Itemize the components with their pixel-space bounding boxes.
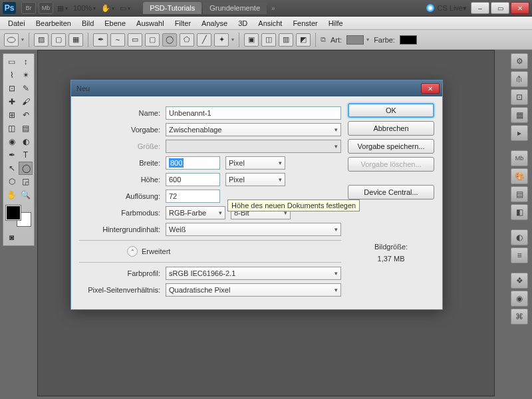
- dock-clone-icon[interactable]: ⊡: [511, 89, 528, 105]
- aufl-input[interactable]: [166, 190, 220, 203]
- zoom-dropdown[interactable]: 100%▾: [73, 4, 96, 12]
- tool-eyedropper[interactable]: ✎: [19, 82, 33, 95]
- dock-minibridge-icon[interactable]: Mb: [511, 150, 528, 166]
- opt-rect-icon[interactable]: ▭: [128, 33, 142, 47]
- dock-swatches-icon[interactable]: ▤: [511, 186, 528, 202]
- tool-wand[interactable]: ✴: [19, 68, 33, 82]
- menu-bearbeiten[interactable]: Bearbeiten: [31, 18, 76, 29]
- name-input[interactable]: [166, 106, 341, 120]
- minibridge-icon[interactable]: Mb: [39, 2, 53, 14]
- bildgroesse-label: Bildgröße:: [348, 243, 434, 251]
- menu-hilfe[interactable]: Hilfe: [323, 18, 348, 29]
- dock-layers-icon[interactable]: ❖: [511, 273, 528, 289]
- menu-filter[interactable]: Filter: [170, 18, 196, 29]
- tool-pen[interactable]: ✒: [5, 148, 19, 162]
- tool-hand[interactable]: ✋: [5, 188, 19, 201]
- farbprofil-select[interactable]: sRGB IEC61966-2.1▾: [166, 267, 341, 280]
- opt-combine1[interactable]: ▣: [244, 33, 259, 47]
- opt-pen-icon[interactable]: ✒: [93, 33, 108, 47]
- dock-actions-icon[interactable]: ▸: [511, 125, 528, 141]
- tool-lasso[interactable]: ⌇: [5, 68, 19, 82]
- close-button[interactable]: ✕: [511, 2, 529, 14]
- tool-heal[interactable]: ✚: [5, 95, 19, 108]
- menu-datei[interactable]: Datei: [3, 18, 31, 29]
- tool-history[interactable]: ↶: [19, 108, 33, 122]
- menu-bild[interactable]: Bild: [76, 18, 99, 29]
- dock-adjust2-icon[interactable]: ≡: [511, 247, 528, 263]
- tool-move-arrow[interactable]: ↕: [19, 55, 33, 68]
- tool-zoom[interactable]: 🔍: [19, 188, 33, 201]
- tool-stamp[interactable]: ⊞: [5, 108, 19, 122]
- tool-crop[interactable]: ⊡: [5, 82, 19, 95]
- tool-blur[interactable]: ◉: [5, 135, 19, 148]
- bridge-icon[interactable]: Br: [21, 2, 36, 14]
- opt-combine3[interactable]: ▥: [279, 33, 293, 47]
- tool-move[interactable]: ▭: [5, 55, 19, 68]
- dock-nav-icon[interactable]: ▦: [511, 107, 528, 123]
- hand-dropdown[interactable]: ✋▾: [101, 4, 114, 13]
- breite-input[interactable]: 800: [166, 156, 220, 170]
- workspace-more-icon[interactable]: »: [271, 5, 275, 12]
- tool-3d[interactable]: ⬡: [5, 175, 19, 188]
- workspace-tab-grundelemente[interactable]: Grundelemente: [203, 2, 267, 14]
- dock-brush-icon[interactable]: ⫛: [511, 71, 528, 87]
- tool-3d-cam[interactable]: ◲: [19, 175, 33, 188]
- menu-3d[interactable]: 3D: [233, 18, 253, 29]
- tool-type[interactable]: T: [19, 148, 33, 162]
- hg-select[interactable]: Weiß▾: [166, 223, 341, 236]
- erweitert-toggle[interactable]: ⌃Erweitert: [127, 246, 341, 257]
- opt-freeform-icon[interactable]: ~: [110, 33, 125, 47]
- menu-fenster[interactable]: Fenster: [287, 18, 323, 29]
- opt-ellipse-icon[interactable]: ◯: [162, 33, 177, 47]
- maximize-button[interactable]: ▭: [491, 2, 509, 14]
- opt-custom-icon[interactable]: ✦: [214, 33, 229, 47]
- menu-auswahl[interactable]: Auswahl: [131, 18, 170, 29]
- breite-unit-select[interactable]: Pixel▾: [225, 156, 285, 170]
- farbmodus-select[interactable]: RGB-Farbe▾: [166, 206, 225, 219]
- workspace-tab-psd-tutorials[interactable]: PSD-Tutorials: [143, 2, 201, 14]
- opt-link-icon[interactable]: ⧉: [321, 35, 326, 44]
- opt-shape-layers[interactable]: ▨: [34, 33, 49, 47]
- dock-styles-icon[interactable]: ◧: [511, 204, 528, 220]
- opt-farbe-swatch[interactable]: [400, 35, 417, 45]
- opt-art-swatch[interactable]: [346, 35, 364, 45]
- opt-tool-preset[interactable]: [4, 33, 19, 47]
- opt-combine2[interactable]: ◫: [261, 33, 276, 47]
- opt-paths[interactable]: ▢: [51, 33, 66, 47]
- opt-line-icon[interactable]: ╱: [197, 33, 211, 47]
- cancel-button[interactable]: Abbrechen: [348, 121, 434, 136]
- ok-button[interactable]: OK: [348, 103, 434, 118]
- dock-color-icon[interactable]: 🎨: [511, 168, 528, 184]
- dock-paths-icon[interactable]: ⌘: [511, 309, 528, 325]
- tool-brush[interactable]: 🖌: [19, 95, 33, 108]
- tool-path[interactable]: ↖: [5, 162, 19, 175]
- minimize-button[interactable]: –: [471, 2, 489, 14]
- opt-roundrect-icon[interactable]: ▢: [145, 33, 160, 47]
- save-preset-button[interactable]: Vorgabe speichern...: [348, 139, 434, 154]
- dialog-titlebar[interactable]: Neu ✕: [71, 80, 442, 96]
- tool-eraser[interactable]: ◫: [5, 122, 19, 135]
- cs-live-button[interactable]: CS Live▾: [426, 4, 467, 13]
- opt-combine4[interactable]: ◩: [296, 33, 311, 47]
- dock-adjustments-icon[interactable]: ⚙: [511, 53, 528, 69]
- menu-analyse[interactable]: Analyse: [196, 18, 233, 29]
- dock-channels-icon[interactable]: ◉: [511, 291, 528, 307]
- vorgabe-select[interactable]: Zwischenablage▾: [166, 123, 341, 136]
- view-extras-dropdown[interactable]: ▦▾: [57, 4, 68, 13]
- device-central-button[interactable]: Device Central...: [348, 185, 434, 200]
- tool-shape-ellipse[interactable]: ◯: [19, 162, 33, 175]
- tool-gradient[interactable]: ▤: [19, 122, 33, 135]
- opt-polygon-icon[interactable]: ⬠: [180, 33, 194, 47]
- opt-fill-pixels[interactable]: ▦: [68, 33, 83, 47]
- menu-ansicht[interactable]: Ansicht: [253, 18, 287, 29]
- hoehe-unit-select[interactable]: Pixel▾: [225, 173, 285, 186]
- dock-masks-icon[interactable]: ◐: [511, 229, 528, 245]
- tool-dodge[interactable]: ◐: [19, 135, 33, 148]
- tool-quickmask[interactable]: ◙: [5, 231, 19, 244]
- foreground-background-colors[interactable]: [5, 204, 33, 228]
- menu-ebene[interactable]: Ebene: [99, 18, 131, 29]
- screen-mode-dropdown[interactable]: ▭▾: [120, 4, 130, 13]
- dialog-close-button[interactable]: ✕: [421, 83, 440, 94]
- hoehe-input[interactable]: [166, 173, 220, 186]
- pixelsv-select[interactable]: Quadratische Pixel▾: [166, 283, 341, 297]
